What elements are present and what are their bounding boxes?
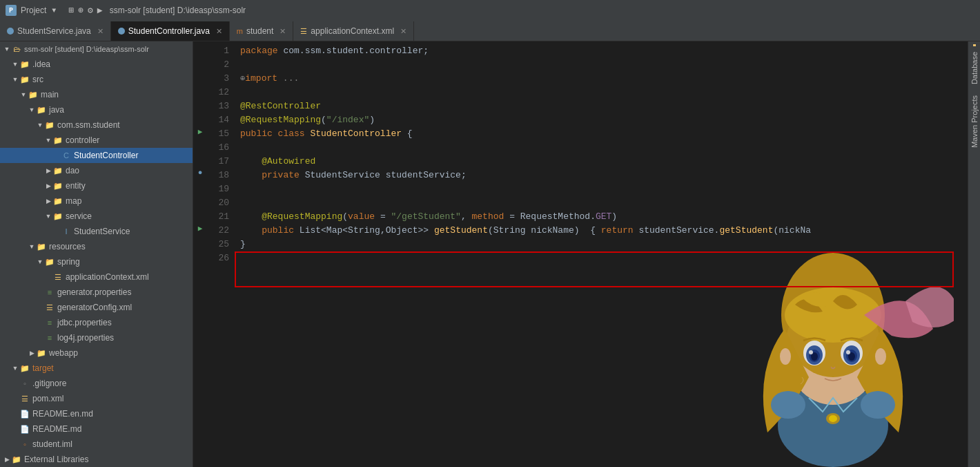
kw-public-15: public (240, 127, 278, 141)
linenum-14: 14 (207, 113, 229, 127)
icon-genconfig-xml: ☰ (44, 302, 55, 313)
string-getstudent: "/getStudent" (391, 210, 460, 224)
sidebar-item-src[interactable]: ▼ 📁 src (0, 72, 193, 87)
sidebar-item-studentservice[interactable]: I StudentService (0, 224, 193, 239)
label-dao: dao (66, 166, 79, 175)
title-bar-left: P Project ▼ ⊞ ⊕ ⚙ ▶ (6, 5, 103, 16)
linenum-17: 17 (207, 155, 229, 169)
sidebar-item-jdbc-properties[interactable]: ≡ jdbc.properties (0, 315, 193, 330)
arrow-controller: ▼ (44, 137, 52, 144)
right-tab-maven[interactable]: Maven Projects (969, 90, 980, 153)
code-container: ▶ ● ▶ 1 2 3 12 13 14 15 16 (193, 41, 968, 467)
code-line-20 (240, 196, 968, 210)
tab-close-student[interactable]: ✕ (280, 27, 286, 36)
sidebar-item-generatorconfig-xml[interactable]: ☰ generatorConfig.xml (0, 300, 193, 315)
label-pom-xml: pom.xml (32, 394, 63, 403)
kw-private-18: private (262, 169, 304, 182)
menu-icon-2[interactable]: ⊕ (78, 5, 84, 16)
tab-applicationcontext[interactable]: ☰ applicationContext.xml ✕ (293, 21, 414, 41)
type-studentservice: StudentService (305, 169, 386, 182)
code-line-15: public class StudentController { (240, 127, 968, 141)
sidebar-item-pom-xml[interactable]: ☰ pom.xml (0, 391, 193, 406)
sidebar-item-studentcontroller[interactable]: C StudentController (0, 148, 193, 163)
string-index: "/index" (326, 113, 369, 127)
gutter-3 (193, 69, 207, 83)
tab-icon-studentservice (7, 28, 14, 35)
sidebar-item-readme-en[interactable]: 📄 README.en.md (0, 406, 193, 421)
right-tab-database[interactable]: Database (969, 46, 980, 90)
tab-close-studentcontroller[interactable]: ✕ (216, 27, 222, 36)
sidebar-item-java[interactable]: ▼ 📁 java (0, 102, 193, 117)
sidebar-item-gitignore[interactable]: ◦ .gitignore (0, 376, 193, 391)
call-args: (nickNa (773, 224, 811, 238)
arrow-resources: ▼ (28, 243, 36, 250)
menu-icon-4[interactable]: ▶ (97, 5, 103, 16)
label-target: target (32, 363, 54, 373)
sidebar-item-external-libs[interactable]: ▶ 📁 External Libraries (0, 452, 193, 467)
icon-log4j-prop: ≡ (44, 332, 55, 343)
label-webapp: webapp (49, 348, 78, 358)
icon-external-libs: 📁 (11, 454, 22, 465)
sidebar-item-webapp[interactable]: ▶ 📁 webapp (0, 345, 193, 361)
menu-icon-3[interactable]: ⚙ (88, 5, 93, 16)
sidebar-item-map[interactable]: ▶ 📁 map (0, 193, 193, 209)
icon-webapp: 📁 (36, 347, 47, 359)
gutter-17 (193, 152, 207, 166)
const-get: GET (596, 210, 611, 224)
label-studentcontroller: StudentController (74, 151, 138, 160)
sidebar-item-controller[interactable]: ▼ 📁 controller (0, 133, 193, 148)
tab-studentservice[interactable]: StudentService.java ✕ (0, 21, 111, 41)
kw-method: method (472, 210, 510, 224)
label-readme-en: README.en.md (32, 409, 93, 419)
code-line-22: public List < Map < String , Object >> g… (240, 224, 968, 238)
tab-studentcontroller[interactable]: StudentController.java ✕ (111, 21, 230, 41)
linenum-26: 26 (207, 251, 229, 265)
sidebar-item-log4j-properties[interactable]: ≡ log4j.properties (0, 330, 193, 345)
indent-21 (240, 210, 262, 224)
sidebar-item-spring[interactable]: ▼ 📁 spring (0, 254, 193, 269)
menu-icon-1[interactable]: ⊞ (68, 5, 74, 16)
sidebar-item-entity[interactable]: ▶ 📁 entity (0, 178, 193, 193)
label-external-libs: External Libraries (24, 455, 88, 464)
linenum-20: 20 (207, 196, 229, 210)
editor-area[interactable]: ▶ ● ▶ 1 2 3 12 13 14 15 16 (193, 41, 968, 467)
label-jdbc-prop: jdbc.properties (57, 318, 112, 327)
code-line-14: @RequestMapping ( "/index" ) (240, 113, 968, 127)
tab-student[interactable]: m student ✕ (230, 21, 294, 41)
gutter: ▶ ● ▶ (193, 41, 207, 467)
code-line-2 (240, 58, 968, 72)
arrow-target: ▼ (11, 365, 19, 372)
sidebar-item-resources[interactable]: ▼ 📁 resources (0, 239, 193, 254)
label-controller: controller (66, 135, 99, 145)
sidebar-item-readme[interactable]: 📄 README.md (0, 421, 193, 437)
sidebar-item-applicationcontext-xml[interactable]: ☰ applicationContext.xml (0, 269, 193, 285)
arrow-java: ▼ (28, 106, 36, 113)
code-content[interactable]: package com.ssm.student.controller; ⊕ im… (235, 41, 968, 467)
sidebar-item-generator-properties[interactable]: ≡ generator.properties (0, 285, 193, 300)
icon-appctx-xml: ☰ (52, 271, 63, 283)
sidebar-item-service[interactable]: ▼ 📁 service (0, 209, 193, 224)
import-dots: ... (283, 72, 299, 86)
label-spring: spring (57, 257, 80, 267)
sidebar-item-main[interactable]: ▼ 📁 main (0, 87, 193, 102)
icon-dao: 📁 (52, 165, 63, 176)
icon-jdbc-prop: ≡ (44, 317, 55, 328)
icon-controller: 📁 (52, 135, 63, 146)
tab-close-studentservice[interactable]: ✕ (97, 27, 104, 36)
icon-entity: 📁 (52, 180, 63, 191)
sidebar-item-project-root[interactable]: ▼ 🗁 ssm-solr [student] D:\ideasp\ssm-sol… (0, 41, 193, 57)
title-dropdown-arrow[interactable]: ▼ (52, 7, 56, 15)
line-numbers: 1 2 3 12 13 14 15 16 17 18 19 20 21 22 2… (207, 41, 235, 467)
label-studentservice: StudentService (74, 227, 130, 236)
right-panel: Database Maven Projects (968, 41, 980, 467)
sidebar-item-student-iml[interactable]: ◦ student.iml (0, 437, 193, 452)
sidebar-item-com-ssm-student[interactable]: ▼ 📁 com.ssm.student (0, 117, 193, 133)
sidebar-item-dao[interactable]: ▶ 📁 dao (0, 163, 193, 178)
tab-close-applicationcontext[interactable]: ✕ (400, 27, 406, 36)
paren-open-22: ( (488, 224, 493, 238)
sidebar-item-idea[interactable]: ▼ 📁 .idea (0, 57, 193, 72)
label-src: src (32, 75, 43, 84)
icon-service: 📁 (52, 211, 63, 222)
icon-com-ssm: 📁 (44, 120, 55, 131)
sidebar-item-target[interactable]: ▼ 📁 target (0, 361, 193, 376)
